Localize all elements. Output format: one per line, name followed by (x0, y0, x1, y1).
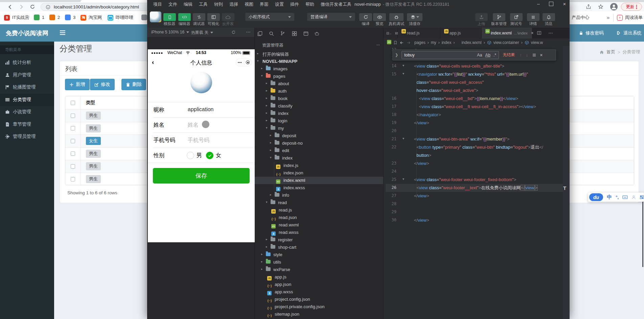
tree-item-book[interactable]: ▸book (255, 95, 383, 102)
reload-icon[interactable] (30, 4, 35, 9)
tree-item-shop-cart[interactable]: ▸shop-cart (255, 244, 383, 251)
nav-back-icon[interactable] (399, 41, 404, 45)
tree-chevron-icon[interactable]: ▸ (261, 267, 263, 271)
sidebar-item-6[interactable]: 章节管理 (0, 118, 54, 131)
forward-icon[interactable] (18, 4, 24, 10)
tree-chevron-icon[interactable]: ▸ (266, 111, 268, 115)
find-next-icon[interactable]: ↓ (526, 52, 528, 57)
toolbar-上传-button[interactable] (475, 13, 488, 21)
tree-item-project.config.json[interactable]: {··}project.config.json (255, 296, 383, 303)
brand-title[interactable]: 免费小说阅读网 (0, 24, 54, 42)
tree-item-deposit[interactable]: ▸deposit (255, 132, 383, 140)
tree-chevron-icon[interactable]: ▸ (266, 96, 268, 100)
tab-partial[interactable]: ⊟←xml (384, 28, 398, 39)
tree-item-images[interactable]: ▸images (255, 65, 383, 73)
match-case-icon[interactable]: Aa (477, 53, 482, 57)
panel-window-icon[interactable] (303, 31, 308, 36)
code-line[interactable]: <view class="weui-cells weui-cells_after… (414, 62, 504, 70)
panel-cloud-tools-icon[interactable] (314, 31, 319, 36)
code-line[interactable]: <view class="weui-cell__ft weui-cell__ft… (414, 103, 536, 111)
tree-chevron-icon[interactable]: ▸ (266, 245, 268, 248)
tree-item-edit[interactable]: ▸edit (255, 147, 383, 154)
ime-keyboard-icon[interactable] (622, 195, 628, 199)
tree-item-app.json[interactable]: {··}app.json (255, 281, 383, 288)
tree-chevron-icon[interactable]: ▸ (266, 89, 268, 92)
ime-menu-icon[interactable] (640, 195, 644, 199)
tree-chevron-icon[interactable]: ▾ (270, 156, 272, 159)
site-info-icon[interactable] (46, 5, 50, 9)
find-expand-chevron[interactable]: ❯ (395, 53, 398, 57)
bookmark-item[interactable]: 9IT实战营 (4, 15, 29, 21)
fold-chevron-icon[interactable]: ▾ (402, 137, 404, 140)
tree-item-pages[interactable]: ▾pages (255, 73, 383, 80)
tree-item-read.json[interactable]: {··}read.json (255, 214, 383, 221)
tree-chevron-icon[interactable]: ▸ (270, 133, 272, 137)
toolbar-测试号-button[interactable] (510, 13, 523, 21)
fold-chevron-icon[interactable]: ▾ (402, 64, 404, 67)
tree-chevron-icon[interactable]: ▸ (270, 148, 272, 152)
logout-link[interactable]: 退出系统 (617, 24, 642, 42)
sidebar-item-7[interactable]: 管理员管理 (0, 130, 54, 143)
tree-item-login[interactable]: ▸login (255, 117, 383, 125)
radio-male[interactable] (187, 152, 194, 159)
menu-4[interactable]: 工具 (199, 1, 208, 7)
bookmark-icon[interactable] (393, 41, 397, 45)
compile-select[interactable]: 普通编译 (307, 13, 355, 21)
sidebar-item-2[interactable]: 用户管理 (0, 69, 54, 81)
tree-item-project.private.config.json[interactable]: {··}project.private.config.json (255, 303, 383, 311)
bookmark-item[interactable]: 2 (49, 15, 60, 20)
tree-chevron-icon[interactable]: ▾ (266, 200, 268, 204)
devtools-user-avatar[interactable] (150, 11, 161, 22)
tree-item-read.wxml[interactable]: <>read.wxml (255, 221, 383, 229)
tree-item-index[interactable]: ▸index (255, 110, 383, 117)
profile-avatar[interactable] (190, 72, 212, 93)
toolbar-版本管理-button[interactable] (493, 13, 505, 21)
menu-7[interactable]: 视图 (245, 1, 253, 7)
sim-more-icon[interactable] (246, 30, 251, 34)
menu-9[interactable]: 设置 (275, 1, 284, 7)
crumb-file[interactable]: index.wxml (461, 40, 481, 45)
tab-app-js[interactable]: JSapp.js (440, 28, 482, 39)
minimize-button[interactable]: – (535, 1, 542, 7)
toolbar-可视化-button[interactable] (207, 13, 220, 21)
tree-chevron-icon[interactable]: ▸ (261, 260, 263, 263)
tree-chevron-icon[interactable]: ▾ (261, 74, 263, 77)
url-text[interactable]: localhost:10001/admin/book/category.html (54, 4, 139, 9)
toolbar-消息-button[interactable] (543, 13, 555, 21)
sidebar-item-4[interactable]: 分类管理 (0, 94, 54, 106)
capsule-more-icon[interactable]: ••• (236, 61, 244, 64)
toolbar-清缓存-button[interactable] (407, 13, 422, 21)
browser-menu-icon[interactable] (636, 4, 637, 9)
tree-chevron-icon[interactable]: ▾ (266, 126, 268, 129)
crumb-view-container[interactable]: view.container (493, 40, 519, 45)
tree-item-utils[interactable]: ▸utils (255, 259, 383, 266)
tree-chevron-icon[interactable]: ▸ (266, 104, 268, 107)
bookmark-item[interactable]: 3 (65, 15, 75, 20)
toolbar-预览-button[interactable] (373, 13, 386, 21)
toolbar-调试器-button[interactable] (193, 13, 205, 21)
tree-item-read.wxss[interactable]: 3read.wxss (255, 229, 383, 236)
field-value[interactable]: application (188, 106, 214, 113)
split-editor-icon[interactable] (537, 31, 542, 35)
tree-chevron-icon[interactable]: ▸ (261, 67, 263, 70)
fold-chevron-icon[interactable]: ▾ (402, 177, 404, 181)
tab-close-icon[interactable]: × (531, 31, 533, 35)
crumb-view-w[interactable]: view.w (531, 40, 543, 45)
row-checkbox[interactable] (71, 177, 75, 181)
panel-search-icon[interactable] (269, 31, 274, 36)
whole-word-icon[interactable]: Ab (485, 53, 490, 57)
tree-item-info[interactable]: ▸info (255, 192, 383, 199)
toolbar-编译-button[interactable] (359, 13, 372, 21)
tree-chevron-icon[interactable]: ▸ (261, 252, 263, 256)
tree-item-style[interactable]: ▸style (255, 251, 383, 259)
code-line[interactable]: <view class="weui-cell__bd">{{item.name}… (414, 95, 518, 103)
fold-chevron-icon[interactable]: ▾ (402, 72, 404, 75)
ime-punct-toggle[interactable]: °, (616, 195, 619, 200)
browser-avatar[interactable] (610, 3, 618, 10)
code-line[interactable]: </navigator> (414, 111, 441, 119)
row-checkbox[interactable] (71, 126, 75, 130)
sidebar-toggle-icon[interactable] (60, 30, 66, 35)
menu-12[interactable]: 微信开发者工具 (321, 1, 351, 7)
tree-item-register[interactable]: ▸register (255, 236, 383, 244)
ime-user-icon[interactable] (631, 195, 636, 199)
